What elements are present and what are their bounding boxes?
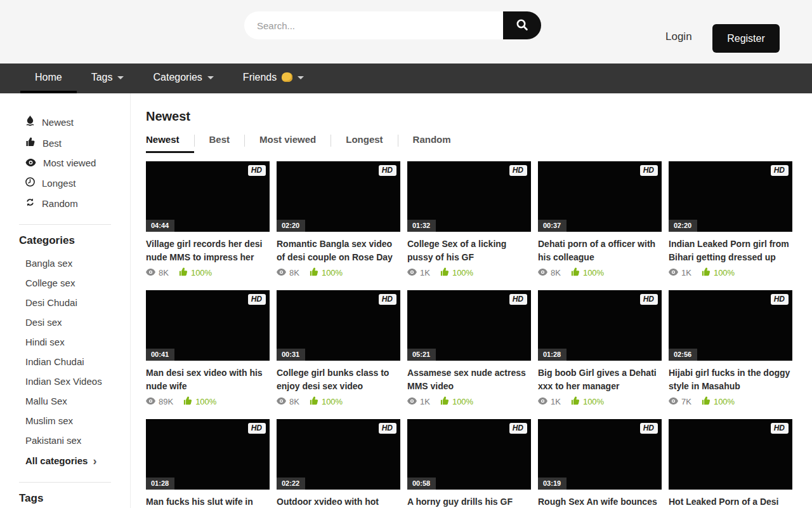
video-card[interactable]: HD 02:20 Indian Leaked Porn girl from Bi… <box>669 161 792 278</box>
video-title[interactable]: Big boob Girl gives a Dehati xxx to her … <box>538 366 662 393</box>
video-title[interactable]: Hot Leaked Porn of a Desi Couple <box>669 495 792 508</box>
sidebar-item-random[interactable]: Random <box>0 193 130 213</box>
video-title[interactable]: Indian Leaked Porn girl from Bihari gett… <box>669 237 792 264</box>
eye-icon <box>277 397 286 406</box>
video-thumbnail[interactable]: HD <box>669 419 792 490</box>
video-card[interactable]: HD 01:28 Man fucks his slut wife in Deha… <box>146 419 270 508</box>
video-card[interactable]: HD 00:37 Dehati porn of a officer with h… <box>538 161 662 278</box>
sidebar-category-link[interactable]: Mallu Sex <box>0 391 130 411</box>
sidebar-category-link[interactable]: Indian Chudai <box>0 352 130 371</box>
video-card[interactable]: HD Hot Leaked Porn of a Desi Couple <box>669 419 792 508</box>
sidebar-category-link[interactable]: Desi Chudai <box>0 293 130 312</box>
video-title[interactable]: Romantic Bangla sex video of desi couple… <box>277 237 400 264</box>
sidebar-category-link[interactable]: Pakistani sex <box>0 431 130 450</box>
video-card[interactable]: HD 00:58 A horny guy drills his GF tight… <box>407 419 531 508</box>
video-thumbnail[interactable]: HD 03:19 <box>538 419 662 490</box>
tab-best[interactable]: Best <box>195 134 245 153</box>
thumb-up-icon <box>702 267 710 278</box>
hd-badge: HD <box>248 294 266 305</box>
search-bar <box>244 11 541 39</box>
register-button[interactable]: Register <box>712 24 780 53</box>
video-title[interactable]: Dehati porn of a officer with his collea… <box>538 237 662 264</box>
video-title[interactable]: Rough Sex An wife bounces on her devar d… <box>538 495 662 508</box>
video-title[interactable]: Hijabi girl fucks in the doggy style in … <box>669 366 792 393</box>
nav-item-home[interactable]: Home <box>20 64 77 93</box>
video-card[interactable]: HD 05:21 Assamese sex nude actress MMS v… <box>407 290 531 407</box>
sidebar-category-link[interactable]: Hindi sex <box>0 332 130 352</box>
search-button[interactable] <box>503 11 541 39</box>
thumb-up-icon <box>183 396 192 407</box>
video-title[interactable]: Outdoor xvideo with hot randi <box>277 495 400 508</box>
video-card[interactable]: HD 01:28 Big boob Girl gives a Dehati xx… <box>538 290 662 407</box>
nav-item-tags[interactable]: Tags <box>77 64 139 93</box>
video-thumbnail[interactable]: HD 02:56 <box>669 290 792 361</box>
sidebar-item-best[interactable]: Best <box>0 133 130 153</box>
nav-item-friends[interactable]: Friends <box>228 64 318 93</box>
eye-icon <box>25 157 36 168</box>
video-thumbnail[interactable]: HD 05:21 <box>407 290 531 361</box>
tab-most-viewed[interactable]: Most viewed <box>245 134 331 153</box>
video-stats: 89K 100% <box>146 396 270 407</box>
sidebar-item-all-categories[interactable]: All categories › <box>0 450 130 471</box>
video-stats: 1K 100% <box>407 267 531 278</box>
sidebar-divider <box>19 224 111 225</box>
hd-badge: HD <box>771 294 789 305</box>
video-title[interactable]: Village girl records her desi nude MMS t… <box>146 237 270 264</box>
video-thumbnail[interactable]: HD 04:44 <box>146 161 270 232</box>
duration-badge: 05:21 <box>407 349 436 361</box>
video-thumbnail[interactable]: HD 00:31 <box>277 290 400 361</box>
video-title[interactable]: Assamese sex nude actress MMS video <box>407 366 531 393</box>
video-thumbnail[interactable]: HD 02:22 <box>277 419 400 490</box>
video-title[interactable]: A horny guy drills his GF tight pussy at… <box>407 495 531 508</box>
duration-badge: 02:22 <box>277 478 305 490</box>
hd-badge: HD <box>379 165 396 176</box>
tab-random[interactable]: Random <box>398 134 466 153</box>
video-thumbnail[interactable]: HD 01:28 <box>538 290 662 361</box>
nav-item-categories[interactable]: Categories <box>138 64 228 93</box>
video-thumbnail[interactable]: HD 01:32 <box>407 161 531 232</box>
thumb-up-icon <box>179 267 188 278</box>
sidebar-item-most-viewed[interactable]: Most viewed <box>0 153 130 173</box>
video-card[interactable]: HD 00:31 College girl bunks class to enj… <box>277 290 400 407</box>
video-thumbnail[interactable]: HD 00:41 <box>146 290 270 361</box>
sidebar-category-link[interactable]: Desi sex <box>0 312 130 332</box>
video-thumbnail[interactable]: HD 01:28 <box>146 419 270 490</box>
sidebar-item-longest[interactable]: Longest <box>0 173 130 193</box>
eye-icon <box>146 268 155 277</box>
video-title[interactable]: Man desi sex video with his nude wife <box>146 366 270 393</box>
thumb-up-icon <box>25 137 36 149</box>
chevron-right-icon: › <box>93 457 96 465</box>
login-link[interactable]: Login <box>665 30 692 43</box>
sidebar-category-link[interactable]: Muslim sex <box>0 411 130 431</box>
video-card[interactable]: HD 02:22 Outdoor xvideo with hot randi <box>277 419 400 508</box>
duration-badge: 00:41 <box>146 349 174 361</box>
video-card[interactable]: HD 00:41 Man desi sex video with his nud… <box>146 290 270 407</box>
video-title[interactable]: Man fucks his slut wife in Dehati sex <box>146 495 270 508</box>
hd-badge: HD <box>509 423 527 434</box>
eye-icon <box>538 268 547 277</box>
video-thumbnail[interactable]: HD 00:37 <box>538 161 662 232</box>
sidebar-item-newest[interactable]: Newest <box>0 111 130 133</box>
duration-badge: 03:19 <box>538 478 566 490</box>
eye-icon <box>669 397 678 406</box>
tab-longest[interactable]: Longest <box>331 134 397 153</box>
video-thumbnail[interactable]: HD 02:20 <box>277 161 400 232</box>
tab-newest[interactable]: Newest <box>146 134 194 153</box>
video-card[interactable]: HD 03:19 Rough Sex An wife bounces on he… <box>538 419 662 508</box>
sidebar-category-link[interactable]: Indian Sex Videos <box>0 371 130 391</box>
video-card[interactable]: HD 02:20 Romantic Bangla sex video of de… <box>277 161 400 278</box>
video-title[interactable]: College Sex of a licking pussy of his GF <box>407 237 531 264</box>
video-card[interactable]: HD 01:32 College Sex of a licking pussy … <box>407 161 531 278</box>
duration-badge: 00:37 <box>538 220 566 232</box>
video-card[interactable]: HD 04:44 Village girl records her desi n… <box>146 161 270 278</box>
search-icon <box>515 18 529 34</box>
video-title[interactable]: College girl bunks class to enjoy desi s… <box>277 366 400 393</box>
duration-badge: 01:28 <box>146 478 174 490</box>
video-stats: 8K 100% <box>277 267 400 278</box>
sidebar-category-link[interactable]: College sex <box>0 273 130 293</box>
video-thumbnail[interactable]: HD 00:58 <box>407 419 531 490</box>
video-card[interactable]: HD 02:56 Hijabi girl fucks in the doggy … <box>669 290 792 407</box>
sidebar-category-link[interactable]: Bangla sex <box>0 253 130 273</box>
video-thumbnail[interactable]: HD 02:20 <box>669 161 792 232</box>
search-input[interactable] <box>244 11 503 39</box>
